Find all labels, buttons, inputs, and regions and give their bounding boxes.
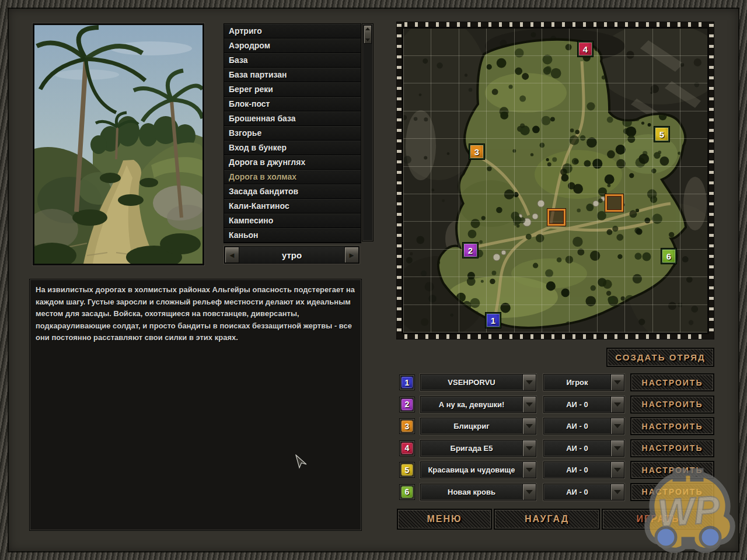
minimap-panel: 123456 <box>397 22 714 339</box>
play-button[interactable]: ИГРАТЬ <box>602 509 714 529</box>
configure-label: НАСТРОИТЬ <box>642 400 703 409</box>
previous-arrow-icon[interactable]: ◄ <box>225 247 239 263</box>
map-list-item[interactable]: База партизан <box>224 68 361 82</box>
squad-name-dropdown[interactable]: Новая кровь <box>420 484 536 501</box>
player-slot-row: 5 Красавица и чудовище АИ - 0 НАСТРОИТЬ <box>397 461 714 478</box>
map-marker-3[interactable]: 3 <box>469 144 484 159</box>
map-marker-6[interactable]: 6 <box>661 249 676 264</box>
player-slot-row: 4 Бригада Е5 АИ - 0 НАСТРОИТЬ <box>397 440 714 457</box>
map-description: На извилистых дорогах в холмистых района… <box>29 279 362 531</box>
create-squad-button[interactable]: СОЗДАТЬ ОТРЯД <box>607 348 714 366</box>
random-label: НАУГАД <box>525 514 569 524</box>
chevron-down-icon[interactable] <box>522 418 536 434</box>
slot-number-badge: 5 <box>399 462 415 478</box>
player-type-dropdown[interactable]: АИ - 0 <box>543 461 624 478</box>
map-list: АртригоАэродромБазаБаза партизанБерег ре… <box>224 23 361 243</box>
ruler-border-top <box>397 22 714 27</box>
chevron-down-icon[interactable] <box>610 462 624 478</box>
time-of-day-value: утро <box>239 247 344 263</box>
ruler-border-left <box>397 22 402 339</box>
slot-number: 4 <box>405 443 410 453</box>
squad-name-dropdown[interactable]: VSEHPORVU <box>420 374 536 391</box>
footer-buttons: МЕНЮ НАУГАД ИГРАТЬ <box>397 509 714 529</box>
minimap[interactable]: 123456 <box>402 27 709 334</box>
random-button[interactable]: НАУГАД <box>494 509 599 529</box>
slot-number-badge: 4 <box>399 440 415 456</box>
map-list-item[interactable]: Кампесино <box>224 214 361 228</box>
chevron-down-icon[interactable] <box>522 440 536 456</box>
map-list-item[interactable]: Берег реки <box>224 82 361 97</box>
squad-name-value: А ну ка, девушки! <box>421 397 522 412</box>
slot-number: 3 <box>405 422 410 431</box>
map-marker-1[interactable]: 1 <box>486 313 501 328</box>
configure-label: НАСТРОИТЬ <box>642 422 703 431</box>
player-type-value: АИ - 0 <box>544 418 610 434</box>
next-arrow-icon[interactable]: ► <box>344 247 359 263</box>
configure-label: НАСТРОИТЬ <box>642 487 703 496</box>
map-list-item[interactable]: Аэродром <box>224 38 361 53</box>
player-type-dropdown[interactable]: АИ - 0 <box>543 440 624 457</box>
map-list-item[interactable]: Засада бандитов <box>224 184 361 199</box>
player-type-dropdown[interactable]: АИ - 0 <box>543 418 624 435</box>
map-list-item[interactable]: Кали-Кантинос <box>224 199 361 214</box>
chevron-down-icon[interactable] <box>610 440 624 456</box>
squad-name-value: VSEHPORVU <box>421 374 522 390</box>
scroll-up-icon[interactable] <box>365 27 370 30</box>
slot-number: 5 <box>405 466 410 475</box>
map-list-item[interactable]: Каньон <box>224 228 361 243</box>
slot-number-badge: 6 <box>399 484 415 500</box>
slot-number: 1 <box>405 378 410 387</box>
map-list-item[interactable]: Дорога в холмах <box>224 170 361 184</box>
chevron-down-icon[interactable] <box>522 484 536 500</box>
chevron-down-icon[interactable] <box>522 397 536 412</box>
time-of-day-spinner: ◄ утро ► <box>224 246 359 264</box>
chevron-down-icon[interactable] <box>522 374 536 390</box>
ruler-border-bottom <box>397 334 714 339</box>
terrain <box>403 29 707 332</box>
chevron-down-icon[interactable] <box>610 397 624 412</box>
map-marker-5[interactable]: 5 <box>654 127 669 142</box>
map-list-item[interactable]: Артриго <box>224 24 361 38</box>
chevron-down-icon[interactable] <box>522 462 536 478</box>
configure-button[interactable]: НАСТРОИТЬ <box>631 374 714 391</box>
map-list-item[interactable]: Брошенная база <box>224 111 361 126</box>
map-list-item[interactable]: Дорога в джунглях <box>224 155 361 170</box>
configure-label: НАСТРОИТЬ <box>642 443 703 453</box>
scrollbar-thumb[interactable] <box>364 25 372 44</box>
map-marker-4[interactable]: 4 <box>578 41 593 57</box>
player-type-dropdown[interactable]: АИ - 0 <box>543 396 624 413</box>
map-list-scrollbar[interactable] <box>362 23 374 242</box>
squad-name-value: Красавица и чудовище <box>421 462 522 478</box>
map-list-item[interactable]: Вход в бункер <box>224 141 361 155</box>
chevron-down-icon[interactable] <box>610 484 624 500</box>
squad-name-dropdown[interactable]: Красавица и чудовище <box>420 461 536 478</box>
menu-button[interactable]: МЕНЮ <box>397 509 491 529</box>
chevron-down-icon[interactable] <box>610 418 624 434</box>
squad-name-dropdown[interactable]: А ну ка, девушки! <box>420 396 536 413</box>
player-type-dropdown[interactable]: АИ - 0 <box>543 484 624 501</box>
squad-name-value: Новая кровь <box>421 484 522 500</box>
configure-button[interactable]: НАСТРОИТЬ <box>631 461 714 478</box>
configure-button[interactable]: НАСТРОИТЬ <box>631 396 714 413</box>
slot-number: 6 <box>405 487 410 496</box>
player-type-value: АИ - 0 <box>544 440 610 456</box>
configure-button[interactable]: НАСТРОИТЬ <box>631 440 714 457</box>
map-list-item[interactable]: Взгорье <box>224 126 361 141</box>
squad-name-dropdown[interactable]: Бригада Е5 <box>420 440 536 457</box>
player-slot-row: 6 Новая кровь АИ - 0 НАСТРОИТЬ <box>397 484 714 501</box>
menu-label: МЕНЮ <box>427 514 462 524</box>
scroll-down-icon[interactable] <box>365 38 370 41</box>
configure-label: НАСТРОИТЬ <box>642 378 703 387</box>
map-list-item[interactable]: Блок-пост <box>224 97 361 111</box>
ruler-border-right <box>709 22 714 339</box>
configure-button[interactable]: НАСТРОИТЬ <box>631 418 714 435</box>
squad-name-dropdown[interactable]: Блицкриг <box>420 418 536 435</box>
capture-zone[interactable] <box>605 194 623 212</box>
squad-name-value: Блицкриг <box>421 418 522 434</box>
map-list-item[interactable]: База <box>224 53 361 68</box>
configure-button[interactable]: НАСТРОИТЬ <box>631 484 714 501</box>
map-marker-2[interactable]: 2 <box>463 243 478 258</box>
chevron-down-icon[interactable] <box>610 374 624 390</box>
capture-zone[interactable] <box>547 209 566 226</box>
player-type-dropdown[interactable]: Игрок <box>543 374 624 391</box>
